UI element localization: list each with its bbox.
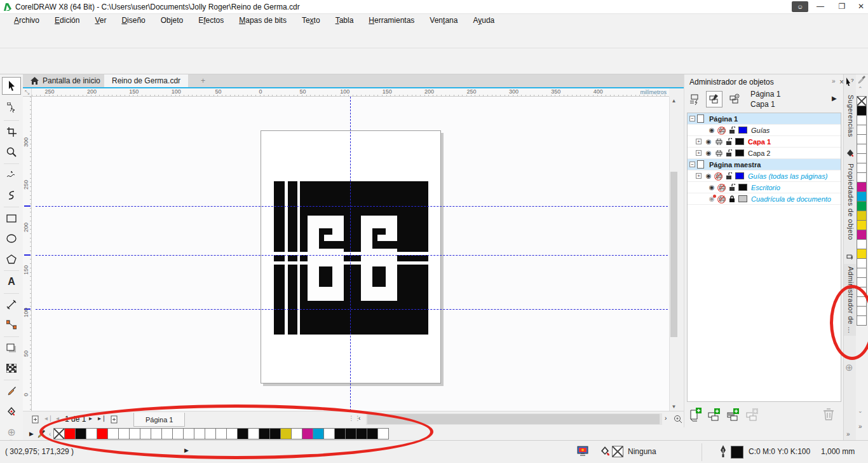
palette-scroll-left[interactable]: ‹ bbox=[49, 431, 51, 438]
menu-mapas-de-bits[interactable]: Mapas de bits bbox=[231, 15, 294, 26]
expand-icon[interactable]: + bbox=[696, 173, 702, 179]
add-page-after-button[interactable] bbox=[111, 415, 119, 424]
color-swatch[interactable] bbox=[857, 306, 867, 316]
color-swatch[interactable] bbox=[857, 230, 867, 240]
minimize-button[interactable]: — bbox=[811, 0, 830, 13]
menu-edici-n[interactable]: Edición bbox=[47, 15, 87, 26]
collapse-icon[interactable]: − bbox=[689, 116, 695, 121]
color-swatch[interactable] bbox=[194, 428, 205, 439]
expand-icon[interactable]: + bbox=[696, 150, 702, 156]
tab-propiedades[interactable]: Propiedades de objeto bbox=[844, 161, 857, 243]
color-swatch[interactable] bbox=[857, 258, 867, 268]
hscroll-left-button[interactable]: ‹ bbox=[358, 415, 360, 422]
color-swatch[interactable] bbox=[183, 428, 194, 439]
lock-open-icon[interactable] bbox=[724, 138, 734, 146]
color-swatch[interactable] bbox=[140, 428, 151, 439]
hscroll-right-button[interactable]: › bbox=[665, 415, 667, 422]
collapse-icon[interactable]: − bbox=[689, 162, 695, 167]
horizontal-scroll-thumb[interactable] bbox=[367, 414, 660, 424]
object-properties-icon[interactable] bbox=[846, 149, 854, 157]
object-manager-icon[interactable] bbox=[846, 254, 854, 261]
scroll-down-icon[interactable]: ▼ bbox=[670, 403, 678, 411]
last-page-button[interactable]: ▸❘ bbox=[98, 415, 106, 422]
delete-button[interactable] bbox=[823, 408, 834, 420]
outline-none-swatch[interactable] bbox=[612, 446, 623, 457]
color-swatch[interactable] bbox=[857, 115, 867, 125]
layer-color-swatch[interactable] bbox=[735, 138, 744, 145]
visibility-eye-icon[interactable]: ◉ bbox=[703, 138, 714, 145]
color-swatch[interactable] bbox=[345, 428, 356, 439]
new-layer-button[interactable] bbox=[707, 408, 721, 422]
visibility-eye-icon[interactable]: ◉ bbox=[703, 149, 714, 156]
pick-tool[interactable] bbox=[2, 77, 21, 95]
tree-row-page1[interactable]: − Página 1 bbox=[688, 113, 841, 125]
color-swatch[interactable] bbox=[857, 296, 867, 307]
color-swatch[interactable] bbox=[857, 172, 867, 183]
lock-open-icon[interactable] bbox=[727, 127, 737, 134]
layer-view-button[interactable] bbox=[726, 91, 743, 107]
snap-layer-icon[interactable] bbox=[689, 93, 701, 105]
menu-herramientas[interactable]: Herramientas bbox=[361, 15, 422, 26]
color-swatch[interactable] bbox=[269, 428, 281, 439]
lock-closed-icon[interactable] bbox=[727, 195, 737, 203]
color-swatch[interactable] bbox=[857, 163, 867, 173]
palette-eyedropper-icon[interactable] bbox=[858, 76, 865, 84]
color-swatch[interactable] bbox=[280, 428, 292, 439]
crop-tool[interactable] bbox=[2, 123, 21, 141]
palette-flyout-icon[interactable]: ▶ bbox=[29, 431, 34, 437]
color-swatch[interactable] bbox=[356, 428, 367, 439]
restore-button[interactable]: ❐ bbox=[832, 0, 851, 13]
vertical-scroll-thumb[interactable] bbox=[670, 172, 677, 337]
previous-page-button[interactable]: ◂ bbox=[56, 415, 59, 422]
zoom-tool[interactable] bbox=[2, 143, 21, 161]
statusbar-flyout-icon[interactable]: ▶ bbox=[184, 447, 189, 453]
docker-collapse-icon[interactable]: » bbox=[832, 78, 836, 85]
tab-home[interactable]: Pantalla de inicio bbox=[23, 74, 108, 87]
tree-row-desktop[interactable]: ◉ Escritorio bbox=[688, 182, 841, 193]
new-master-layer-button[interactable] bbox=[726, 408, 740, 422]
vertical-guideline[interactable] bbox=[350, 97, 351, 411]
color-swatch[interactable] bbox=[334, 428, 346, 439]
fill-color-swatch[interactable] bbox=[731, 446, 743, 459]
docker-flyout-icon[interactable]: ▶ bbox=[832, 95, 837, 102]
color-swatch[interactable] bbox=[129, 428, 140, 439]
no-print-icon[interactable] bbox=[717, 184, 727, 191]
tree-row-layer1[interactable]: + ◉ Capa 1 bbox=[688, 136, 841, 148]
palette-scroll-up[interactable]: ⌃ bbox=[858, 86, 863, 92]
color-swatch[interactable] bbox=[107, 428, 119, 439]
color-swatch[interactable] bbox=[377, 428, 389, 439]
menu-tabla[interactable]: Tabla bbox=[328, 15, 362, 26]
whats-this-icon[interactable]: ? bbox=[846, 77, 855, 86]
polygon-tool[interactable] bbox=[2, 250, 21, 268]
lock-open-icon[interactable] bbox=[724, 172, 734, 180]
new-page-button[interactable] bbox=[689, 408, 702, 422]
color-swatch[interactable] bbox=[857, 144, 867, 154]
color-swatch[interactable] bbox=[323, 428, 335, 439]
drop-shadow-tool[interactable] bbox=[2, 339, 21, 357]
dimension-tool[interactable] bbox=[2, 296, 21, 314]
visibility-eye-closed-icon[interactable]: ◉ bbox=[707, 195, 717, 202]
color-swatch[interactable] bbox=[151, 428, 162, 439]
layer-color-swatch[interactable] bbox=[735, 172, 744, 179]
tab-document[interactable]: Reino de Germa.cdr bbox=[104, 74, 188, 87]
color-swatch[interactable] bbox=[857, 287, 867, 297]
color-swatch[interactable] bbox=[302, 428, 313, 439]
visibility-eye-icon[interactable]: ◉ bbox=[703, 172, 714, 179]
edit-across-layers-button[interactable] bbox=[706, 91, 722, 107]
print-icon[interactable] bbox=[714, 139, 724, 145]
horizontal-guideline[interactable] bbox=[36, 309, 668, 310]
drawing-canvas[interactable] bbox=[32, 97, 669, 411]
color-swatch[interactable] bbox=[64, 428, 76, 439]
account-icon[interactable]: ☺ bbox=[792, 1, 808, 12]
color-swatch[interactable] bbox=[248, 428, 259, 439]
no-print-icon[interactable] bbox=[714, 173, 724, 179]
menu-texto[interactable]: Texto bbox=[294, 15, 328, 26]
expand-icon[interactable]: + bbox=[696, 139, 702, 144]
color-swatch[interactable] bbox=[86, 428, 97, 439]
palette-overflow-button[interactable]: » bbox=[858, 423, 862, 430]
menu-dise-o[interactable]: Diseño bbox=[114, 15, 153, 26]
menu-archivo[interactable]: Archivo bbox=[6, 15, 47, 26]
add-page-before-button[interactable] bbox=[32, 415, 40, 424]
palette-scroll-down[interactable]: ⌄ bbox=[858, 408, 863, 414]
swatch-none[interactable] bbox=[53, 428, 65, 439]
